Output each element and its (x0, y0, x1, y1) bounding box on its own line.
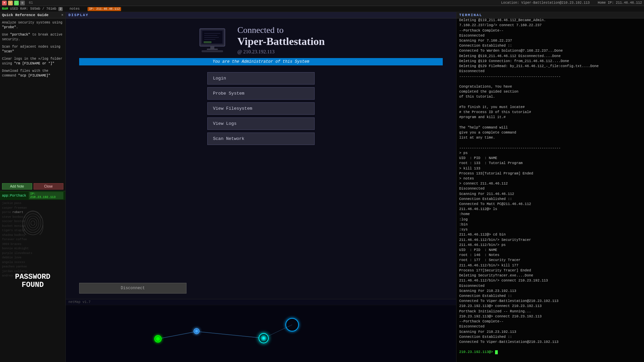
ram-count: 2 (58, 7, 63, 11)
location-label: Location: Viper-Battlestation@210.23.192… (501, 1, 590, 5)
pc-icon (197, 27, 227, 53)
password-panel: jackiepass casperfreeman pornorobert ste… (0, 200, 65, 362)
pw-word: yankee (16, 265, 27, 269)
pw-word: jackie (2, 201, 13, 206)
display-header: DISPLAY (66, 12, 456, 18)
svg-rect-8 (210, 46, 214, 49)
window-counter: 61 (29, 1, 33, 5)
pw-word: midnight (14, 247, 29, 251)
disconnect-area: Disconnect (66, 277, 456, 299)
sidebar-header: Quick Reference Guide × (0, 12, 65, 18)
note-1: Analyze security systems using "probe". (2, 20, 63, 30)
active-ip-badge: IP: 210.23.192.113 (29, 192, 63, 199)
view-filesystem-button[interactable]: View Filesystem (207, 102, 315, 115)
note-4: Clear logs in the »/log folder using "rm… (2, 57, 63, 66)
connected-line3: @ 210.23.192.113 (237, 49, 325, 55)
view-logs-button[interactable]: View Logs (207, 117, 315, 130)
netmap-label: netMap v1.7 (68, 300, 91, 304)
maximize-button[interactable]: □ (14, 1, 19, 5)
disconnect-button[interactable]: Disconnect (79, 283, 186, 294)
pw-word: debbie (2, 256, 13, 260)
add-note-button[interactable]: Add Note (2, 183, 32, 190)
svg-line-16 (158, 331, 197, 339)
pw-word: forever (2, 238, 15, 242)
pw-word: pass (14, 201, 21, 206)
top-bar: × − □ ⚙ 61 Location: Viper-Battlestation… (0, 0, 644, 6)
terminal-text: Note: the wildcard "*" indicates "All". … (459, 18, 599, 344)
pw-word: xxxxxx (14, 260, 25, 265)
ram-info: RAM USED RAM: 595mb / 761mb 2 (2, 7, 63, 11)
close-button[interactable]: × (2, 1, 7, 5)
pw-word: love (14, 256, 21, 260)
terminal-header: TERMINAL (457, 12, 644, 18)
top-bar-controls: × − □ ⚙ 61 (2, 1, 33, 5)
pw-word: bonnie (2, 247, 13, 251)
ram-label: RAM (2, 7, 8, 11)
scan-network-button[interactable]: Scan Network (207, 133, 315, 145)
note-3: Scan for adjacent nodes using "scan" (2, 45, 63, 54)
svg-line-17 (197, 331, 264, 338)
probe-system-button[interactable]: Probe System (207, 87, 315, 100)
home-ip-label: Home IP: 211.46.46.112 (598, 1, 642, 5)
terminal-content[interactable]: Note: the wildcard "*" indicates "All". … (457, 18, 644, 362)
connected-line2: Viper-Battlestation (237, 35, 325, 48)
pw-word: braves (11, 242, 21, 247)
second-bar: RAM USED RAM: 595mb / 761mb 2 notes IP: … (0, 6, 644, 12)
ip-badge: IP: 211.46.46.112 (88, 7, 121, 11)
net-node-green[interactable] (154, 335, 162, 343)
connected-text-area: Connected to Viper-Battlestation @ 210.2… (237, 25, 325, 55)
sidebar-title: Quick Reference Guide (2, 13, 49, 17)
active-app: app:Porthack (2, 194, 26, 198)
fingerprint-area (19, 207, 46, 240)
admin-bar: You are the Administrator of this System (79, 58, 443, 65)
password-found-overlay: PASSWORDFOUND (15, 273, 51, 289)
sidebar-close-icon[interactable]: × (61, 13, 63, 17)
connected-line1: Connected to (237, 25, 325, 35)
net-node-ring[interactable] (285, 318, 299, 331)
ram-used: USED RAM: 595mb / 761mb (10, 7, 56, 11)
netmap-area (66, 305, 456, 362)
pw-word: andrea (2, 274, 13, 278)
settings-button[interactable]: ⚙ (20, 1, 25, 5)
pw-word: casper (2, 206, 13, 211)
svg-point-3 (29, 218, 37, 228)
pw-word: porno (2, 210, 11, 215)
active-connection-bar: app:Porthack IP: 210.23.192.113 (0, 191, 65, 200)
pw-word: angela (2, 260, 13, 265)
notes-tab[interactable]: notes (69, 7, 79, 11)
pw-word: jordan (2, 269, 13, 274)
svg-rect-10 (202, 51, 223, 52)
sidebar-notes: Analyze security systems using "probe". … (0, 18, 65, 182)
svg-rect-15 (204, 42, 211, 43)
sidebar: Quick Reference Guide × Analyze security… (0, 12, 66, 362)
pw-word: purple (2, 251, 13, 256)
pw-word: tigers (2, 228, 13, 233)
note-2: Use "porthack" to break active security. (2, 33, 63, 42)
action-buttons: Login Probe System View Filesystem View … (207, 72, 315, 145)
net-node-teal[interactable] (259, 333, 269, 343)
minimize-button[interactable]: − (8, 1, 13, 5)
svg-point-4 (31, 221, 35, 225)
sidebar-buttons: Add Note Close (0, 182, 65, 191)
fingerprint-icon (19, 208, 46, 238)
pw-word: shadow (2, 233, 13, 238)
password-found-text: PASSWORDFOUND (15, 273, 51, 289)
login-button[interactable]: Login (207, 72, 315, 85)
pw-word: soccer (2, 219, 13, 224)
pw-word: 3069 (2, 242, 9, 247)
svg-point-1 (25, 214, 41, 232)
terminal-cursor (495, 350, 498, 354)
connected-top: Connected to Viper-Battlestation @ 210.2… (197, 25, 325, 55)
terminal-prompt: 210.23.192.113@> (459, 350, 495, 354)
pw-word: bucket (2, 224, 13, 229)
close-note-button[interactable]: Close (34, 183, 64, 190)
top-bar-info: Location: Viper-Battlestation@210.23.192… (501, 1, 642, 5)
netmap-bar: netMap v1.7 (66, 299, 456, 305)
main-content: Quick Reference Guide × Analyze security… (0, 12, 644, 362)
pw-word: iloveboats (14, 251, 32, 256)
net-node-blue[interactable] (194, 328, 200, 334)
connected-area: Connected to Viper-Battlestation @ 210.2… (66, 18, 456, 277)
pw-word: peaches (2, 265, 15, 269)
terminal-panel: TERMINAL Note: the wildcard "*" indicate… (456, 12, 644, 362)
note-5: Download files with the command "scp [FI… (2, 69, 63, 78)
